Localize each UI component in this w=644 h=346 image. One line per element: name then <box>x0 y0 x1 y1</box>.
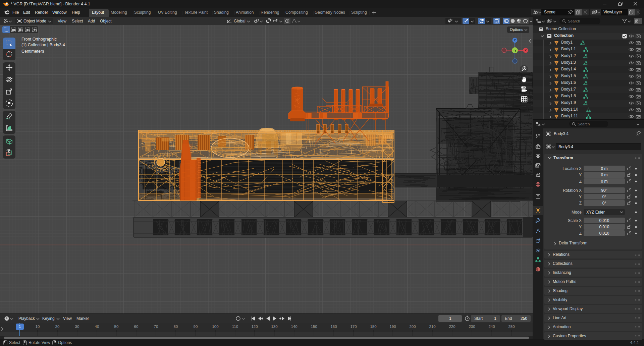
svg-text:-Y: -Y <box>513 49 517 52</box>
svg-text:Z: Z <box>514 39 516 42</box>
svg-text:X: X <box>525 49 527 52</box>
